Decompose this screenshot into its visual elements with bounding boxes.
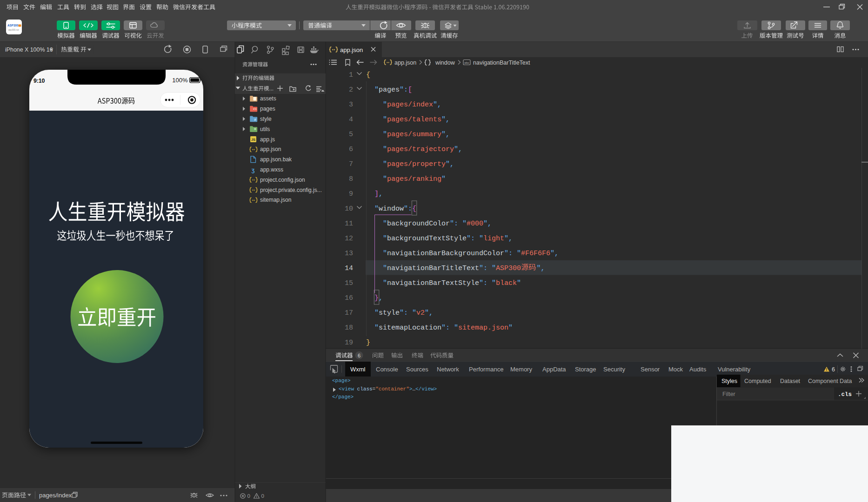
- svg-text:1: 1: [349, 71, 353, 79]
- svg-text:3: 3: [349, 101, 353, 109]
- svg-text:pages/talents: pages/talents: [387, 116, 441, 124]
- svg-text:": ": [446, 160, 450, 168]
- svg-text:9: 9: [349, 190, 353, 198]
- svg-text:": ": [425, 309, 429, 317]
- svg-text:window: window: [435, 59, 455, 66]
- svg-text:": ": [454, 145, 458, 153]
- svg-text:app.json: app.json: [260, 146, 281, 152]
- svg-text:Vulnerability: Vulnerability: [718, 366, 751, 373]
- svg-text:,: ,: [446, 116, 450, 124]
- svg-text:Wxml: Wxml: [350, 366, 366, 373]
- svg-text:!: !: [826, 367, 828, 372]
- svg-text:.cls: .cls: [838, 391, 852, 398]
- svg-text:11: 11: [345, 220, 353, 228]
- svg-text:19: 19: [345, 339, 353, 347]
- svg-text:": ": [374, 324, 379, 332]
- svg-text:Security: Security: [603, 366, 625, 373]
- svg-text:style: style: [260, 116, 272, 122]
- svg-text:Audits: Audits: [689, 366, 707, 373]
- svg-text:": ": [383, 175, 387, 183]
- svg-text:<>: <>: [253, 108, 257, 111]
- svg-text:<page>: <page>: [332, 378, 351, 383]
- svg-text:"container": "container": [375, 386, 409, 392]
- svg-text::: :: [408, 205, 412, 213]
- svg-text:",: ",: [537, 264, 545, 272]
- svg-text:": ": [383, 264, 387, 272]
- svg-text:+: +: [254, 127, 256, 132]
- svg-text:": ": [383, 101, 387, 109]
- svg-text:{: {: [366, 71, 370, 79]
- svg-text:": ": [383, 160, 387, 168]
- svg-text:": ": [479, 264, 483, 272]
- svg-text:": ": [454, 324, 458, 332]
- svg-text:Styles: Styles: [721, 378, 737, 384]
- svg-text:": ": [404, 205, 408, 213]
- svg-text:Mock: Mock: [668, 366, 683, 373]
- svg-text:,: ,: [487, 220, 492, 228]
- svg-text:#: #: [254, 118, 256, 122]
- svg-text:5: 5: [349, 131, 353, 139]
- svg-text:}: }: [366, 339, 370, 347]
- svg-text:": ": [450, 220, 454, 228]
- svg-text:": ": [383, 235, 387, 243]
- svg-text:</page>: </page>: [332, 394, 354, 400]
- svg-text:": ": [400, 86, 404, 94]
- svg-text:sitemap.json: sitemap.json: [260, 197, 291, 203]
- svg-text:pages/ranking: pages/ranking: [387, 175, 441, 183]
- svg-text:": ": [492, 279, 496, 287]
- svg-text:Storage: Storage: [575, 366, 596, 373]
- svg-text::: :: [404, 309, 408, 317]
- svg-text:": ": [374, 86, 379, 94]
- svg-text:": ": [433, 101, 437, 109]
- svg-text:style: style: [379, 309, 400, 317]
- svg-text:12: 12: [345, 235, 353, 243]
- svg-text:100%: 100%: [172, 77, 188, 84]
- svg-text:,: ,: [429, 309, 433, 317]
- svg-text:,: ,: [554, 250, 559, 258]
- svg-text:]: ]: [374, 190, 379, 198]
- svg-text:backgroundColor: backgroundColor: [387, 220, 450, 228]
- svg-text:": ": [508, 324, 513, 332]
- svg-text:assets: assets: [260, 95, 276, 102]
- svg-text:,: ,: [379, 190, 383, 198]
- svg-text:": ": [517, 250, 521, 258]
- svg-text:pages/index: pages/index: [387, 101, 433, 109]
- svg-text:AppData: AppData: [542, 366, 566, 373]
- svg-text:app.wxss: app.wxss: [260, 166, 283, 173]
- svg-text:": ": [504, 235, 508, 243]
- svg-text:#F6F6F6: #F6F6F6: [521, 250, 550, 258]
- svg-text:18: 18: [345, 324, 353, 332]
- svg-text:7: 7: [349, 160, 353, 168]
- svg-text:Console: Console: [376, 366, 398, 373]
- svg-text:pages: pages: [260, 106, 275, 112]
- svg-text:": ": [383, 131, 387, 139]
- svg-text:8: 8: [349, 175, 353, 183]
- svg-text:#000: #000: [467, 220, 483, 228]
- svg-text::: :: [483, 279, 487, 287]
- svg-text:navigationBarTitleText: navigationBarTitleText: [387, 264, 479, 272]
- svg-text:": ": [441, 116, 446, 124]
- svg-text:": ": [400, 309, 404, 317]
- svg-text::: :: [483, 264, 487, 272]
- svg-text:{: {: [412, 205, 416, 213]
- svg-text:": ": [383, 116, 387, 124]
- svg-text:": ": [383, 220, 387, 228]
- svg-text:backgroundTextStyle: backgroundTextStyle: [387, 235, 467, 243]
- svg-text:asp300.net: asp300.net: [8, 29, 19, 31]
- svg-text:pages: pages: [379, 86, 400, 94]
- svg-text:Computed: Computed: [744, 378, 771, 384]
- svg-text:": ": [441, 131, 446, 139]
- svg-text:navigationBarTitleText: navigationBarTitleText: [473, 59, 530, 66]
- svg-text:app.json: app.json: [394, 59, 416, 66]
- svg-text:project.private.config.js...: project.private.config.js...: [260, 187, 322, 193]
- svg-text:sitemapLocation: sitemapLocation: [379, 324, 441, 332]
- svg-text::: :: [454, 220, 458, 228]
- svg-text:,: ,: [458, 145, 462, 153]
- svg-text:pages/trajectory: pages/trajectory: [387, 145, 454, 153]
- svg-text::: :: [404, 86, 408, 94]
- svg-text:4: 4: [349, 116, 353, 124]
- svg-text:sitemap.json: sitemap.json: [458, 324, 508, 332]
- svg-text:": ": [550, 250, 554, 258]
- svg-text:pages/index: pages/index: [39, 492, 72, 499]
- svg-text::: :: [446, 324, 450, 332]
